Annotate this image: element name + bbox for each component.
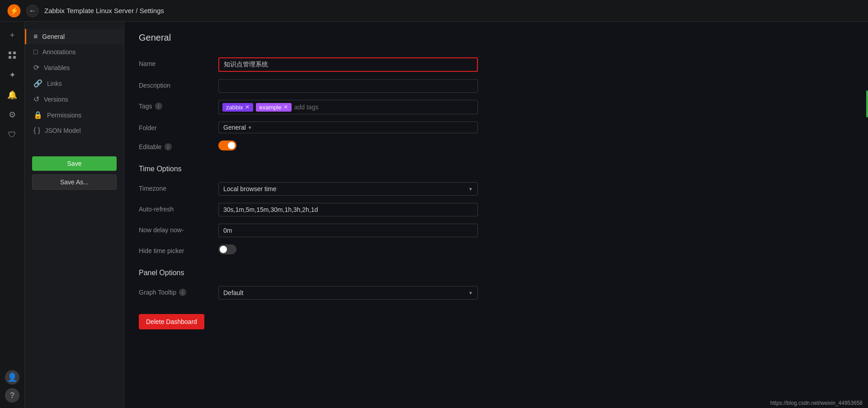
icon-compass[interactable]: ✦ xyxy=(4,67,20,83)
back-button[interactable]: ← xyxy=(26,5,39,17)
topbar: ⚡ ← Zabbix Template Linux Server / Setti… xyxy=(0,0,868,22)
tag-example-remove[interactable]: ✕ xyxy=(283,104,288,110)
timezone-row: Timezone Local browser time ▼ xyxy=(139,178,478,199)
icon-bar: + ✦ 🔔 ⚙ 🛡 👤 ? xyxy=(0,22,25,408)
hide-time-picker-label: Hide time picker xyxy=(139,244,211,254)
tag-example-text: example xyxy=(259,104,282,111)
editable-info-icon[interactable]: i xyxy=(165,143,172,150)
now-delay-label: Now delay now- xyxy=(139,224,211,234)
name-input[interactable] xyxy=(219,58,477,71)
now-delay-input[interactable] xyxy=(218,224,478,237)
timezone-select[interactable]: Local browser time ▼ xyxy=(218,182,478,196)
sidebar-footer: Save Save As... xyxy=(25,149,124,197)
sidebar-item-json-model[interactable]: { } JSON Model xyxy=(25,123,124,138)
tags-label: Tags i xyxy=(139,100,211,110)
timezone-field: Local browser time ▼ xyxy=(218,182,478,196)
annotations-icon: □ xyxy=(33,48,38,56)
graph-tooltip-field: Default ▼ xyxy=(218,286,478,300)
versions-icon: ↺ xyxy=(33,95,39,103)
auto-refresh-field xyxy=(218,203,478,216)
folder-arrow-icon: ▼ xyxy=(248,125,252,130)
editable-toggle-thumb xyxy=(228,142,235,149)
svg-rect-4 xyxy=(9,56,11,59)
now-delay-row: Now delay now- xyxy=(139,220,478,241)
icon-help[interactable]: ? xyxy=(5,388,19,403)
folder-value: General xyxy=(223,124,246,131)
sidebar-item-label: General xyxy=(42,33,65,40)
content-area: General Name Description xyxy=(124,22,868,408)
graph-tooltip-row: Graph Tooltip i Default ▼ xyxy=(139,282,478,303)
sidebar-item-general[interactable]: ≡ General xyxy=(25,29,124,44)
save-button[interactable]: Save xyxy=(32,156,117,171)
graph-tooltip-info-icon[interactable]: i xyxy=(179,289,186,296)
content-title: General xyxy=(139,33,854,43)
name-field xyxy=(218,57,478,72)
now-delay-field xyxy=(218,224,478,237)
main-layout: + ✦ 🔔 ⚙ 🛡 👤 ? ≡ General □ Annotations ⟳ … xyxy=(0,22,868,408)
editable-row: Editable i xyxy=(139,137,478,154)
grafana-logo: ⚡ xyxy=(7,4,21,18)
sidebar-item-label: Versions xyxy=(44,96,68,103)
hide-time-picker-field xyxy=(218,244,478,254)
icon-user[interactable]: 👤 xyxy=(5,370,19,385)
tag-add-input[interactable] xyxy=(294,103,373,111)
auto-refresh-label: Auto-refresh xyxy=(139,203,211,213)
links-icon: 🔗 xyxy=(33,79,42,88)
variables-icon: ⟳ xyxy=(33,63,39,72)
auto-refresh-input[interactable] xyxy=(218,203,478,216)
svg-rect-2 xyxy=(9,52,11,54)
sidebar-item-label: JSON Model xyxy=(45,127,80,134)
tags-info-icon[interactable]: i xyxy=(155,103,162,110)
folder-label: Folder xyxy=(139,122,211,131)
icon-shield[interactable]: 🛡 xyxy=(4,127,20,143)
sidebar-item-label: Links xyxy=(47,80,62,87)
name-label: Name xyxy=(139,57,211,67)
general-form: Name Description Tags i xyxy=(139,54,478,329)
hide-time-picker-toggle[interactable] xyxy=(218,244,236,254)
timezone-value: Local browser time xyxy=(223,185,277,192)
timezone-label: Timezone xyxy=(139,182,211,192)
hide-time-picker-thumb xyxy=(220,246,227,253)
description-row: Description xyxy=(139,75,478,96)
tags-container[interactable]: zabbix ✕ example ✕ xyxy=(218,100,478,114)
tag-example: example ✕ xyxy=(256,103,292,112)
name-row: Name xyxy=(139,54,478,75)
save-as-button[interactable]: Save As... xyxy=(32,174,117,190)
editable-field xyxy=(218,141,478,150)
panel-options-title: Panel Options xyxy=(139,269,478,277)
tags-row: Tags i zabbix ✕ example ✕ xyxy=(139,96,478,118)
hide-time-picker-row: Hide time picker xyxy=(139,241,478,258)
tag-zabbix-remove[interactable]: ✕ xyxy=(245,104,250,110)
graph-tooltip-value: Default xyxy=(223,289,243,296)
graph-tooltip-arrow-icon: ▼ xyxy=(468,291,473,295)
time-options-title: Time Options xyxy=(139,165,478,173)
auto-refresh-row: Auto-refresh xyxy=(139,199,478,220)
sidebar-item-variables[interactable]: ⟳ Variables xyxy=(25,60,124,75)
svg-rect-5 xyxy=(13,56,16,59)
graph-tooltip-select[interactable]: Default ▼ xyxy=(218,286,478,300)
description-field xyxy=(218,79,478,93)
description-input[interactable] xyxy=(218,79,478,93)
svg-rect-3 xyxy=(13,52,16,54)
delete-dashboard-button[interactable]: Delete Dashboard xyxy=(139,314,204,329)
icon-plus[interactable]: + xyxy=(4,27,20,43)
timezone-arrow-icon: ▼ xyxy=(468,187,473,192)
icon-gear[interactable]: ⚙ xyxy=(4,107,20,123)
sidebar-item-label: Variables xyxy=(44,64,70,71)
sidebar-item-permissions[interactable]: 🔒 Permissions xyxy=(25,107,124,123)
sidebar-item-annotations[interactable]: □ Annotations xyxy=(25,44,124,60)
sidebar-item-links[interactable]: 🔗 Links xyxy=(25,75,124,91)
description-label: Description xyxy=(139,79,211,89)
icon-grid[interactable] xyxy=(4,47,20,63)
tags-field: zabbix ✕ example ✕ xyxy=(218,100,478,114)
folder-select[interactable]: General ▼ xyxy=(218,122,478,133)
icon-bell[interactable]: 🔔 xyxy=(4,87,20,103)
folder-row: Folder General ▼ xyxy=(139,118,478,137)
editable-toggle[interactable] xyxy=(218,141,236,150)
sidebar: ≡ General □ Annotations ⟳ Variables 🔗 Li… xyxy=(25,22,124,408)
general-icon: ≡ xyxy=(33,33,38,41)
name-input-wrapper xyxy=(218,57,478,72)
scroll-indicator xyxy=(866,90,868,117)
sidebar-item-versions[interactable]: ↺ Versions xyxy=(25,91,124,107)
tag-zabbix: zabbix ✕ xyxy=(222,103,253,112)
